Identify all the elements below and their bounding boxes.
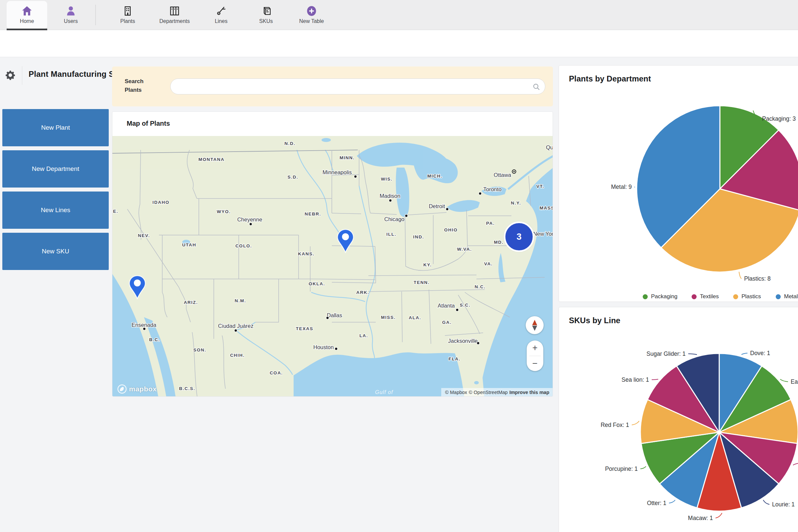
map-state-label: TEXAS: [296, 326, 314, 331]
vector-line-icon: [215, 4, 227, 18]
map-state-label: B.C.: [149, 337, 160, 342]
map-state-label: N.D.: [285, 141, 296, 146]
map-state-label: MONTANA: [198, 157, 225, 162]
map-state-label: N.Y.: [511, 201, 521, 206]
search-plants-panel: Search Plants: [112, 66, 553, 107]
legend-dot-icon: [776, 294, 781, 299]
pie-callout-label: Plastics: 8: [744, 275, 771, 282]
mapbox-logo[interactable]: mapbox: [117, 384, 157, 394]
map-state-label: W.VA.: [457, 247, 472, 252]
compass-needle-icon: [526, 316, 544, 334]
new-plant-button[interactable]: New Plant: [2, 109, 109, 146]
map-city-label: Ciudad Juárez: [218, 323, 253, 329]
map-city-label: Toronto: [483, 186, 501, 192]
map-state-label: SON.: [193, 347, 206, 353]
map-state-label: VA.: [484, 261, 493, 266]
pie-callout-label: Metal: 9: [611, 184, 632, 191]
map-state-label: MICH.: [427, 174, 442, 178]
tab-new-table[interactable]: New Table: [292, 1, 331, 29]
map-city-label: Detroit: [429, 203, 445, 209]
zoom-out-button[interactable]: −: [527, 356, 543, 372]
new-sku-button[interactable]: New SKU: [2, 233, 109, 270]
map-state-label: E.: [113, 209, 118, 214]
map-state-label: MD.: [494, 240, 504, 245]
gear-icon[interactable]: [5, 70, 16, 81]
gulf-water-label: Gulf of: [375, 390, 393, 395]
map-state-label: FLA.: [449, 357, 460, 361]
toolbar-separator: [95, 5, 96, 25]
top-toolbar: Home Users Plants Departments Lines SKUs: [0, 0, 798, 30]
tab-label: Lines: [215, 18, 227, 24]
pie-callout-label: Macaw: 1: [688, 515, 713, 522]
map-city-label: Ottawa: [494, 172, 511, 178]
map-state-label: UTAH: [182, 242, 196, 247]
legend-item[interactable]: Packaging: [643, 293, 677, 300]
map-canvas[interactable]: E.MONTANAN.D.MINN.S.D.WIS.MICH.IDAHOWYO.…: [112, 136, 553, 397]
osm-attribution-link[interactable]: © OpenStreetMap: [469, 390, 508, 395]
search-plants-input[interactable]: [170, 78, 545, 94]
map-state-label: WYO.: [217, 209, 231, 214]
tab-home[interactable]: Home: [7, 1, 47, 29]
pie-callout-label: Porcupine: 1: [605, 466, 638, 473]
skus-by-line-card: SKUs by Line: [558, 307, 798, 532]
plus-circle-icon: [306, 4, 317, 18]
map-state-label: LA.: [359, 333, 368, 338]
tab-skus[interactable]: SKUs: [249, 1, 283, 29]
map-of-plants-card: Map of Plants: [112, 111, 553, 397]
legend-item[interactable]: Plastics: [733, 293, 761, 300]
chart-title: Plants by Department: [569, 74, 651, 83]
pie-callout-label: Sea lion: 1: [622, 376, 649, 383]
tab-plants[interactable]: Plants: [110, 1, 146, 29]
legend-dot-icon: [643, 294, 648, 299]
map-state-label: OHIO: [444, 227, 458, 232]
map-state-label: S.D.: [288, 174, 298, 179]
legend-label: Metal: [784, 293, 798, 300]
map-state-label: COLO.: [235, 243, 252, 248]
map-state-label: IND.: [413, 234, 424, 240]
map-state-label: ARK.: [357, 290, 369, 295]
tab-label: Users: [64, 18, 78, 24]
tab-label: Plants: [120, 18, 135, 24]
map-state-label: N.C.: [475, 284, 486, 289]
map-city-label: Chicago: [384, 216, 405, 222]
compass-control[interactable]: [526, 316, 544, 334]
map-state-label: MASS.: [540, 206, 553, 210]
legend-dot-icon: [691, 294, 697, 299]
map-state-label: COA.: [270, 370, 283, 375]
map-attribution: © Mapbox © OpenStreetMap Improve this ma…: [441, 388, 553, 397]
legend-label: Packaging: [651, 293, 677, 300]
tab-departments[interactable]: Departments: [151, 1, 198, 29]
map-state-label: GA.: [442, 320, 452, 325]
pie-callout-label: Red Fox: 1: [601, 422, 629, 429]
search-plants-label: Search Plants: [125, 77, 144, 94]
map-state-label: MISS.: [381, 315, 396, 320]
map-state-label: ARIZ.: [184, 300, 198, 305]
map-state-label: MINN.: [340, 155, 355, 160]
map-state-label: NEV.: [138, 233, 150, 238]
map-state-label: N.M.: [235, 298, 246, 303]
map-state-label: IDAHO: [153, 200, 170, 205]
tab-label: New Table: [299, 18, 324, 24]
new-department-button[interactable]: New Department: [2, 150, 109, 188]
pie-callout-label: Otter: 1: [647, 500, 666, 507]
pie-callout-label: Ea: [791, 378, 798, 385]
legend-label: Plastics: [741, 293, 761, 300]
map-city-label: Atlanta: [438, 303, 455, 308]
zoom-in-button[interactable]: +: [527, 341, 543, 356]
tab-lines[interactable]: Lines: [205, 1, 238, 29]
plants-by-department-card: Plants by Department: [558, 65, 798, 302]
map-zoom-control: + −: [527, 341, 543, 371]
improve-map-link[interactable]: Improve this map: [509, 390, 549, 395]
pie-callout-label: Dove: 1: [750, 350, 770, 357]
breadcrumb-bar: Plant Manufacturing Starter App v2 › Das…: [0, 30, 798, 57]
tab-label: SKUs: [259, 18, 273, 24]
map-city-label: Madison: [380, 193, 400, 199]
mapbox-attribution-link[interactable]: © Mapbox: [445, 390, 467, 395]
legend-item[interactable]: Textiles: [691, 293, 719, 300]
pie-callout-label: Lourie: 1: [772, 501, 795, 508]
legend-item[interactable]: Metal: [776, 293, 798, 300]
new-lines-button[interactable]: New Lines: [2, 191, 109, 229]
map-state-label: WIS.: [381, 176, 392, 182]
tab-users[interactable]: Users: [53, 1, 89, 29]
map-cluster-marker[interactable]: 3: [504, 222, 534, 252]
